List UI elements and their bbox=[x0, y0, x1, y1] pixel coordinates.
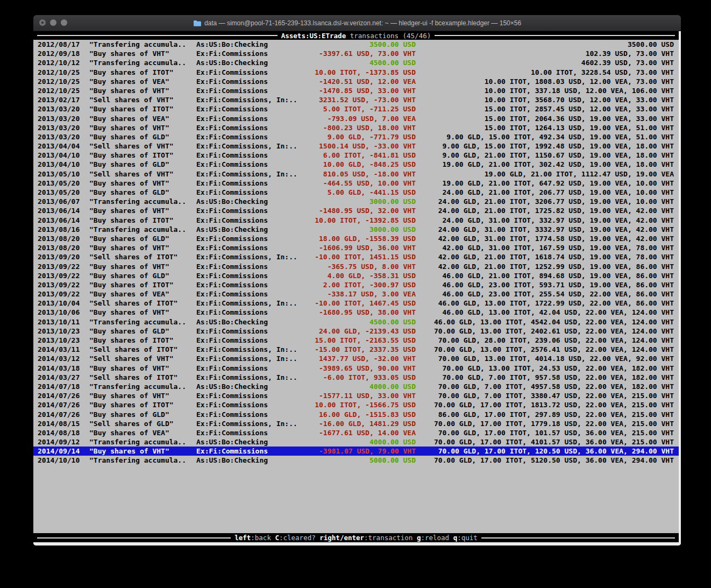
transaction-row[interactable]: 2012/09/18 "Buy shares of VHT" Ex:Fi:Com… bbox=[33, 49, 679, 58]
txn-date: 2013/09/22 bbox=[38, 289, 81, 299]
txn-amount: 4500.00 USD bbox=[302, 58, 416, 67]
transaction-row[interactable]: 2013/05/20 "Buy shares of VHT" Ex:Fi:Com… bbox=[33, 179, 679, 188]
txn-running-balance: 19.00 GLD, 21.00 ITOT, 647.92 USD, 19.00… bbox=[416, 179, 674, 188]
transaction-row[interactable]: 2014/09/12 "Transfering accumula.. As:US… bbox=[33, 437, 679, 447]
txn-other-accounts: As:US:Bo:Checking bbox=[196, 58, 302, 67]
transaction-row[interactable]: 2013/06/14 "Buy shares of VHT" Ex:Fi:Com… bbox=[33, 206, 679, 215]
transaction-row[interactable]: 2013/10/06 "Buy shares of VHT" Ex:Fi:Com… bbox=[33, 308, 679, 317]
txn-date: 2014/07/26 bbox=[38, 400, 81, 409]
txn-amount: 5.00 GLD, -441.15 USD bbox=[302, 188, 416, 197]
txn-other-accounts: As:US:Bo:Checking bbox=[196, 437, 302, 447]
transaction-row[interactable]: 2012/10/25 "Buy shares of VEA" Ex:Fi:Com… bbox=[33, 77, 679, 86]
txn-amount: -1480.95 USD, 32.00 VHT bbox=[302, 206, 416, 215]
txn-date: 2013/03/20 bbox=[38, 132, 81, 141]
txn-other-accounts: Ex:Fi:Commissions, In:.. bbox=[196, 169, 302, 179]
txn-amount: 10.00 ITOT, -1566.75 USD bbox=[302, 400, 416, 409]
transaction-row[interactable]: 2014/07/26 "Buy shares of GLD" Ex:Fi:Com… bbox=[33, 410, 679, 419]
txn-other-accounts: Ex:Fi:Commissions bbox=[196, 336, 302, 345]
window-title-text: data — simon@pool-71-165-239-133.lsanca.… bbox=[204, 19, 521, 27]
txn-other-accounts: Ex:Fi:Commissions bbox=[196, 364, 302, 373]
txn-description: "Buy shares of VHT" bbox=[89, 179, 191, 188]
txn-date: 2014/07/26 bbox=[38, 391, 81, 400]
hint-description: :cleared? bbox=[279, 534, 319, 542]
txn-description: "Buy shares of GLD" bbox=[89, 327, 191, 336]
transaction-row[interactable]: 2013/10/23 "Buy shares of GLD" Ex:Fi:Com… bbox=[33, 327, 679, 336]
txn-other-accounts: Ex:Fi:Commissions bbox=[196, 160, 302, 169]
transaction-row[interactable]: 2013/03/20 "Buy shares of VEA" Ex:Fi:Com… bbox=[33, 114, 679, 123]
window-title: data — simon@pool-71-165-239-133.lsanca.… bbox=[193, 19, 521, 27]
transaction-row[interactable]: 2012/08/17 "Transfering accumula.. As:US… bbox=[33, 40, 679, 49]
txn-description: "Sell shares of GLD" bbox=[89, 419, 191, 428]
transaction-row[interactable]: 2013/10/23 "Buy shares of ITOT" Ex:Fi:Co… bbox=[33, 336, 679, 345]
transaction-row[interactable]: 2014/10/10 "Transfering accumula.. As:US… bbox=[33, 456, 679, 465]
minimize-button[interactable] bbox=[50, 19, 56, 26]
transaction-row[interactable]: 2012/10/25 "Buy shares of VHT" Ex:Fi:Com… bbox=[33, 86, 679, 95]
txn-running-balance: 15.00 ITOT, 1264.13 USD, 19.00 VEA, 51.0… bbox=[416, 123, 674, 132]
transaction-row[interactable]: 2013/05/10 "Sell shares of VHT" Ex:Fi:Co… bbox=[33, 169, 679, 179]
txn-description: "Transfering accumula.. bbox=[89, 437, 191, 447]
terminal-window: data — simon@pool-71-165-239-133.lsanca.… bbox=[33, 15, 681, 546]
txn-running-balance: 42.00 GLD, 21.00 ITOT, 1618.74 USD, 19.0… bbox=[416, 252, 674, 261]
transaction-row[interactable]: 2014/07/26 "Buy shares of ITOT" Ex:Fi:Co… bbox=[33, 400, 679, 409]
zoom-button[interactable] bbox=[61, 19, 67, 26]
transaction-row[interactable]: 2013/10/04 "Sell shares of ITOT" Ex:Fi:C… bbox=[33, 299, 679, 308]
txn-other-accounts: Ex:Fi:Commissions bbox=[196, 114, 302, 123]
transaction-row[interactable]: 2013/08/20 "Buy shares of GLD" Ex:Fi:Com… bbox=[33, 234, 679, 243]
transaction-row[interactable]: 2013/09/22 "Buy shares of VEA" Ex:Fi:Com… bbox=[33, 289, 679, 299]
transaction-row[interactable]: 2013/03/20 "Buy shares of ITOT" Ex:Fi:Co… bbox=[33, 104, 679, 114]
transaction-row[interactable]: 2014/03/18 "Buy shares of VHT" Ex:Fi:Com… bbox=[33, 364, 679, 373]
transaction-row[interactable]: 2012/10/12 "Transfering accumula.. As:US… bbox=[33, 58, 679, 67]
transaction-row[interactable]: 2013/09/22 "Buy shares of GLD" Ex:Fi:Com… bbox=[33, 271, 679, 280]
txn-amount: 4000.00 USD bbox=[302, 437, 416, 447]
txn-other-accounts: Ex:Fi:Commissions bbox=[196, 280, 302, 289]
transaction-row[interactable]: 2014/08/15 "Sell shares of GLD" Ex:Fi:Co… bbox=[33, 419, 679, 428]
transaction-row[interactable]: 2013/08/20 "Buy shares of VHT" Ex:Fi:Com… bbox=[33, 243, 679, 252]
txn-date: 2012/10/25 bbox=[38, 86, 81, 95]
hledger-ui-screen: Assets:US:ETrade transactions (45/46) 20… bbox=[33, 31, 681, 546]
txn-description: "Transfering accumula.. bbox=[89, 317, 191, 327]
txn-date: 2014/09/14 bbox=[38, 447, 81, 456]
transaction-row[interactable]: 2014/07/18 "Transfering accumula.. As:US… bbox=[33, 382, 679, 391]
transaction-row[interactable]: 2013/05/20 "Buy shares of GLD" Ex:Fi:Com… bbox=[33, 188, 679, 197]
transaction-row[interactable]: 2013/02/17 "Sell shares of VHT" Ex:Fi:Co… bbox=[33, 95, 679, 104]
txn-running-balance: 46.00 GLD, 23.00 ITOT, 255.54 USD, 22.00… bbox=[416, 289, 674, 299]
hint-key: C bbox=[275, 534, 279, 542]
transaction-row[interactable]: 2013/04/10 "Buy shares of GLD" Ex:Fi:Com… bbox=[33, 160, 679, 169]
transaction-row[interactable]: 2013/10/11 "Transfering accumula.. As:US… bbox=[33, 317, 679, 327]
txn-description: "Transfering accumula.. bbox=[89, 456, 191, 465]
txn-running-balance: 70.00 GLD, 17.00 ITOT, 1813.72 USD, 22.0… bbox=[416, 400, 674, 409]
transaction-row[interactable]: 2012/10/25 "Buy shares of ITOT" Ex:Fi:Co… bbox=[33, 68, 679, 77]
txn-description: "Buy shares of ITOT" bbox=[89, 151, 191, 160]
transaction-row[interactable]: 2014/03/27 "Sell shares of ITOT" Ex:Fi:C… bbox=[33, 373, 679, 382]
transaction-row[interactable]: 2013/03/20 "Buy shares of GLD" Ex:Fi:Com… bbox=[33, 132, 679, 141]
transaction-row[interactable]: 2014/03/11 "Sell shares of ITOT" Ex:Fi:C… bbox=[33, 345, 679, 354]
txn-description: "Buy shares of VHT" bbox=[89, 206, 191, 215]
txn-date: 2013/04/10 bbox=[38, 151, 81, 160]
transaction-row[interactable]: 2014/03/12 "Sell shares of VHT" Ex:Fi:Co… bbox=[33, 354, 679, 363]
transaction-row[interactable]: 2013/06/14 "Buy shares of ITOT" Ex:Fi:Co… bbox=[33, 216, 679, 225]
txn-amount: 3000.00 USD bbox=[302, 197, 416, 206]
txn-running-balance: 70.00 GLD, 13.00 ITOT, 24.53 USD, 22.00 … bbox=[416, 364, 674, 373]
close-button[interactable] bbox=[39, 19, 46, 26]
txn-date: 2013/05/20 bbox=[38, 179, 81, 188]
transaction-row[interactable]: 2013/08/16 "Transfering accumula.. As:US… bbox=[33, 225, 679, 234]
txn-running-balance: 10.00 ITOT, 3228.54 USD, 73.00 VHT bbox=[416, 68, 674, 77]
txn-running-balance: 19.00 GLD, 21.00 ITOT, 302.42 USD, 19.00… bbox=[416, 160, 674, 169]
transaction-row[interactable]: 2013/04/04 "Sell shares of VHT" Ex:Fi:Co… bbox=[33, 141, 679, 151]
transaction-row[interactable]: 2013/03/20 "Buy shares of VHT" Ex:Fi:Com… bbox=[33, 123, 679, 132]
txn-date: 2014/10/10 bbox=[38, 456, 81, 465]
transaction-row[interactable]: 2013/09/20 "Sell shares of ITOT" Ex:Fi:C… bbox=[33, 252, 679, 261]
txn-description: "Buy shares of VHT" bbox=[89, 391, 191, 400]
transaction-row[interactable]: 2013/06/07 "Transfering accumula.. As:US… bbox=[33, 197, 679, 206]
transaction-row[interactable]: 2013/04/10 "Buy shares of ITOT" Ex:Fi:Co… bbox=[33, 151, 679, 160]
window-titlebar[interactable]: data — simon@pool-71-165-239-133.lsanca.… bbox=[33, 15, 681, 31]
txn-other-accounts: Ex:Fi:Commissions, In:.. bbox=[196, 373, 302, 382]
transaction-row[interactable]: 2013/09/22 "Buy shares of ITOT" Ex:Fi:Co… bbox=[33, 280, 679, 289]
transaction-row[interactable]: 2013/09/22 "Buy shares of VHT" Ex:Fi:Com… bbox=[33, 262, 679, 271]
txn-date: 2013/10/04 bbox=[38, 299, 81, 308]
txn-running-balance: 10.00 ITOT, 3568.70 USD, 12.00 VEA, 33.0… bbox=[416, 95, 674, 104]
transaction-row[interactable]: 2014/09/14 "Buy shares of VHT" Ex:Fi:Com… bbox=[33, 447, 679, 456]
txn-date: 2013/08/20 bbox=[38, 243, 81, 252]
transaction-row[interactable]: 2014/07/26 "Buy shares of VHT" Ex:Fi:Com… bbox=[33, 391, 679, 400]
transaction-row[interactable]: 2014/08/18 "Buy shares of VEA" Ex:Fi:Com… bbox=[33, 428, 679, 437]
